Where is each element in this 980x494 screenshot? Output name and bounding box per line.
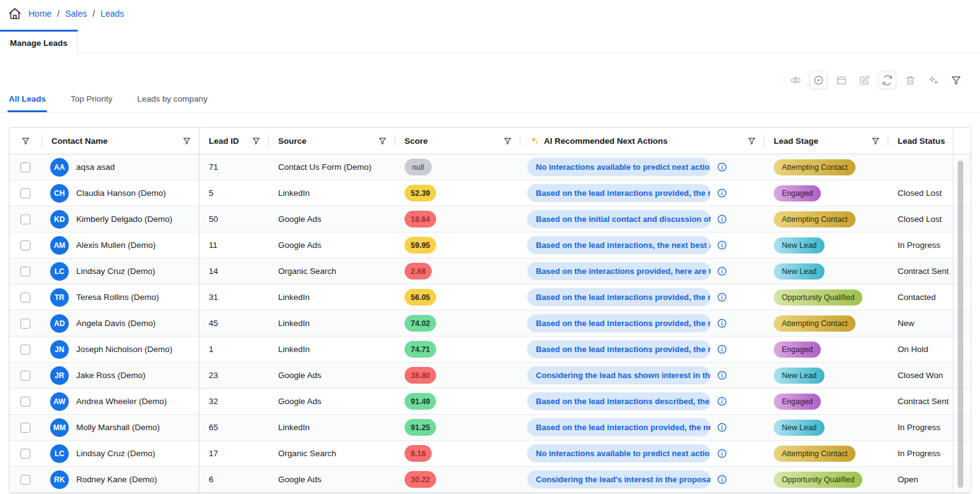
contact-name[interactable]: Claudia Hanson (Demo) bbox=[76, 188, 166, 198]
ai-recommendation-pill[interactable]: Based on the interactions provided, here… bbox=[527, 262, 711, 280]
header-lead-stage[interactable]: Lead Stage bbox=[764, 128, 888, 154]
info-icon[interactable] bbox=[717, 396, 727, 407]
ai-recommendation-pill[interactable]: Considering the lead has shown interest … bbox=[527, 366, 711, 384]
header-score[interactable]: Score bbox=[395, 128, 520, 154]
contact-name[interactable]: Kimberly Delgado (Demo) bbox=[76, 214, 172, 224]
calendar-icon[interactable] bbox=[832, 71, 851, 89]
row-checkbox[interactable] bbox=[20, 345, 30, 355]
header-source[interactable]: Source bbox=[268, 128, 395, 154]
contact-name[interactable]: Joseph Nicholson (Demo) bbox=[76, 345, 172, 354]
tab-all-leads[interactable]: All Leads bbox=[7, 90, 47, 112]
source-cell: LinkedIn bbox=[268, 293, 395, 302]
ai-recommendation-pill[interactable]: Considering the lead's interest in the p… bbox=[527, 470, 711, 488]
header-score-label: Score bbox=[405, 136, 428, 146]
row-checkbox[interactable] bbox=[20, 371, 30, 381]
contact-name[interactable]: Alexis Mullen (Demo) bbox=[76, 240, 155, 250]
row-checkbox[interactable] bbox=[20, 397, 30, 407]
lead-stage-cell: Engaged bbox=[764, 394, 888, 410]
row-checkbox[interactable] bbox=[20, 423, 30, 433]
row-select-cell bbox=[9, 267, 42, 276]
ai-recommendation-pill[interactable]: Based on the lead interactions provided,… bbox=[527, 340, 711, 358]
row-checkbox[interactable] bbox=[20, 449, 30, 459]
avatar: AA bbox=[50, 158, 69, 177]
info-icon[interactable] bbox=[717, 214, 727, 224]
tab-manage-leads[interactable]: Manage Leads bbox=[0, 30, 78, 54]
info-icon[interactable] bbox=[717, 448, 727, 459]
contact-name[interactable]: Jake Ross (Demo) bbox=[76, 371, 146, 380]
header-lead-status[interactable]: Lead Status bbox=[888, 128, 971, 154]
contact-name[interactable]: aqsa asad bbox=[76, 162, 115, 172]
tab-top-priority[interactable]: Top Priority bbox=[69, 90, 114, 112]
info-icon[interactable] bbox=[717, 240, 727, 250]
score-cell: 8.16 bbox=[395, 445, 520, 462]
info-icon[interactable] bbox=[717, 188, 727, 198]
ai-recommendation-pill[interactable]: No interactions available to predict nex… bbox=[527, 158, 711, 176]
row-checkbox[interactable] bbox=[20, 267, 30, 276]
filter-funnel-icon[interactable] bbox=[503, 136, 512, 146]
eye-icon[interactable] bbox=[786, 71, 805, 89]
contact-name[interactable]: Teresa Rollins (Demo) bbox=[76, 293, 159, 302]
row-checkbox[interactable] bbox=[20, 240, 30, 250]
row-checkbox[interactable] bbox=[20, 475, 30, 485]
ai-recommendation-pill[interactable]: No interactions available to predict nex… bbox=[527, 444, 711, 462]
header-ai-actions[interactable]: AI Recommended Next Actions bbox=[520, 128, 764, 154]
contact-name[interactable]: Andrea Wheeler (Demo) bbox=[76, 397, 167, 406]
filter-icon[interactable] bbox=[947, 71, 965, 89]
ai-recommendation-pill[interactable]: Based on the lead interactions described… bbox=[527, 392, 711, 410]
contact-name[interactable]: Lindsay Cruz (Demo) bbox=[76, 449, 155, 458]
header-contact-name[interactable]: Contact Name bbox=[42, 128, 199, 154]
window-tab-bar: Manage Leads bbox=[0, 30, 980, 53]
breadcrumb-home[interactable]: Home bbox=[28, 9, 51, 19]
filter-funnel-icon[interactable] bbox=[871, 136, 880, 146]
ai-recommendation-pill[interactable]: Based on the lead interactions provided,… bbox=[527, 184, 711, 202]
home-icon[interactable] bbox=[7, 6, 22, 21]
row-checkbox[interactable] bbox=[20, 293, 30, 302]
source-cell: LinkedIn bbox=[268, 345, 395, 354]
header-lead-id[interactable]: Lead ID bbox=[199, 128, 268, 154]
ai-action-cell: No interactions available to predict nex… bbox=[520, 158, 764, 176]
filter-funnel-icon[interactable] bbox=[21, 136, 30, 146]
target-icon[interactable] bbox=[809, 71, 828, 89]
ai-recommendation-pill[interactable]: Based on the lead interactions provided,… bbox=[527, 314, 711, 332]
info-icon[interactable] bbox=[717, 318, 727, 329]
score-cell: 18.64 bbox=[395, 211, 520, 227]
refresh-icon[interactable] bbox=[878, 71, 896, 89]
info-icon[interactable] bbox=[717, 344, 727, 355]
breadcrumb-sales[interactable]: Sales bbox=[65, 9, 87, 19]
filter-funnel-icon[interactable] bbox=[747, 136, 756, 146]
edit-icon[interactable] bbox=[855, 71, 873, 89]
breadcrumb-leads[interactable]: Leads bbox=[100, 9, 124, 19]
ai-recommendation-pill[interactable]: Based on the lead interactions, the next… bbox=[527, 236, 711, 254]
ai-recommendation-pill[interactable]: Based on the initial contact and discuss… bbox=[527, 210, 711, 228]
row-checkbox[interactable] bbox=[20, 214, 30, 224]
contact-name[interactable]: Lindsay Cruz (Demo) bbox=[76, 267, 155, 276]
ai-action-cell: Based on the interactions provided, here… bbox=[520, 262, 764, 280]
score-badge: null bbox=[405, 159, 432, 175]
info-icon[interactable] bbox=[717, 162, 727, 172]
info-icon[interactable] bbox=[717, 266, 727, 276]
lead-stage-badge: Engaged bbox=[774, 394, 821, 410]
info-icon[interactable] bbox=[717, 422, 727, 433]
scrollbar-gutter-divider bbox=[953, 128, 953, 493]
row-checkbox[interactable] bbox=[20, 188, 30, 198]
sparkles-icon[interactable] bbox=[924, 71, 942, 89]
filter-funnel-icon[interactable] bbox=[378, 136, 387, 146]
row-checkbox[interactable] bbox=[20, 319, 30, 329]
row-checkbox[interactable] bbox=[20, 162, 30, 172]
contact-name[interactable]: Angela Davis (Demo) bbox=[76, 319, 155, 328]
info-icon[interactable] bbox=[717, 474, 727, 485]
lead-stage-cell: New Lead bbox=[764, 263, 888, 280]
filter-funnel-icon[interactable] bbox=[252, 136, 261, 146]
info-icon[interactable] bbox=[717, 370, 727, 381]
trash-icon[interactable] bbox=[901, 71, 919, 89]
contact-name[interactable]: Molly Marshall (Demo) bbox=[76, 423, 160, 432]
vertical-scrollbar[interactable] bbox=[958, 161, 963, 488]
filter-funnel-icon[interactable] bbox=[182, 136, 191, 146]
contact-cell: AW Andrea Wheeler (Demo) bbox=[42, 392, 199, 411]
tab-leads-by-company[interactable]: Leads by company bbox=[136, 90, 209, 112]
row-select-cell bbox=[9, 293, 42, 302]
ai-recommendation-pill[interactable]: Based on the lead interactions provided,… bbox=[527, 288, 711, 306]
ai-recommendation-pill[interactable]: Based on the lead interaction provided, … bbox=[527, 418, 711, 436]
contact-name[interactable]: Rodney Kane (Demo) bbox=[76, 475, 157, 484]
info-icon[interactable] bbox=[717, 292, 727, 302]
